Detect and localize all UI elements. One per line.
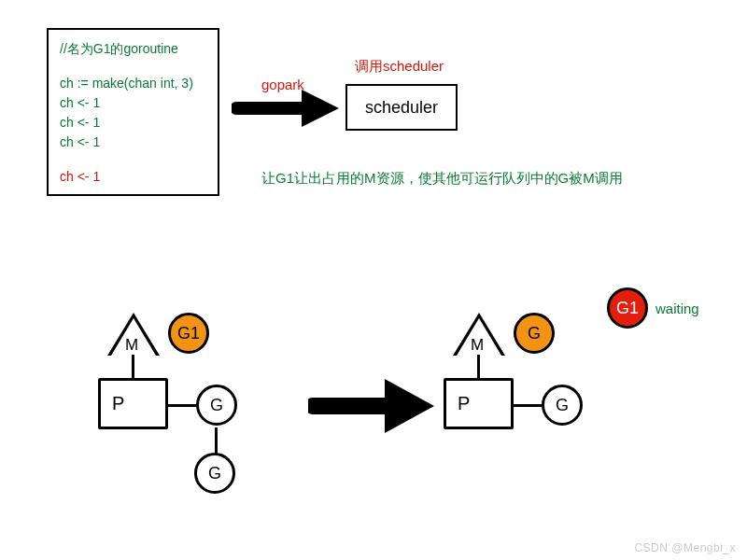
g1-running-node: G1 (168, 313, 209, 354)
scheduler-text: scheduler (365, 98, 438, 118)
g-label-side-right: G (556, 396, 569, 415)
g1-running-label: G1 (177, 324, 200, 343)
g1-waiting-label: G1 (616, 299, 639, 318)
g-queue-node-2: G (194, 453, 235, 494)
code-line-block: ch <- 1 (60, 167, 206, 187)
waiting-label: waiting (655, 301, 699, 316)
code-line-3: ch <- 1 (60, 113, 206, 133)
m-label: M (125, 336, 138, 355)
g-label-below-left: G (208, 464, 221, 483)
m-label-right: M (471, 336, 484, 355)
edge-p-g (168, 404, 196, 407)
edge-m-p-right (477, 355, 480, 379)
code-line-2: ch <- 1 (60, 93, 206, 113)
arrow-to-scheduler-icon (232, 82, 344, 133)
edge-m-p (132, 355, 134, 379)
explain-text: 让G1让出占用的M资源，使其他可运行队列中的G被M调用 (261, 170, 623, 188)
mpg-before: M P G1 G G (56, 299, 299, 504)
scheduler-box: scheduler (345, 84, 458, 131)
code-box: //名为G1的goroutine ch := make(chan int, 3)… (47, 28, 219, 196)
p-box-right: P (444, 378, 514, 429)
code-line-4: ch <- 1 (60, 133, 206, 152)
g-label-side-left: G (210, 396, 223, 415)
edge-p-g-right (514, 404, 542, 407)
code-line-1: ch := make(chan int, 3) (60, 74, 206, 93)
edge-g-g (215, 427, 218, 454)
code-comment: //名为G1的goroutine (60, 39, 206, 59)
g-running-label: G (528, 324, 541, 343)
mpg-after: M P G G (402, 299, 644, 504)
call-scheduler-label: 调用scheduler (355, 58, 444, 76)
p-box: P (98, 378, 168, 429)
p-label: P (112, 393, 124, 414)
p-label-right: P (458, 393, 470, 414)
watermark: CSDN @Mengbi_x (634, 541, 736, 554)
g-running-node: G (514, 313, 555, 354)
g-queue-node-1: G (196, 385, 237, 426)
g1-waiting-node: G1 (607, 287, 648, 329)
g-queue-node-right: G (542, 385, 583, 426)
